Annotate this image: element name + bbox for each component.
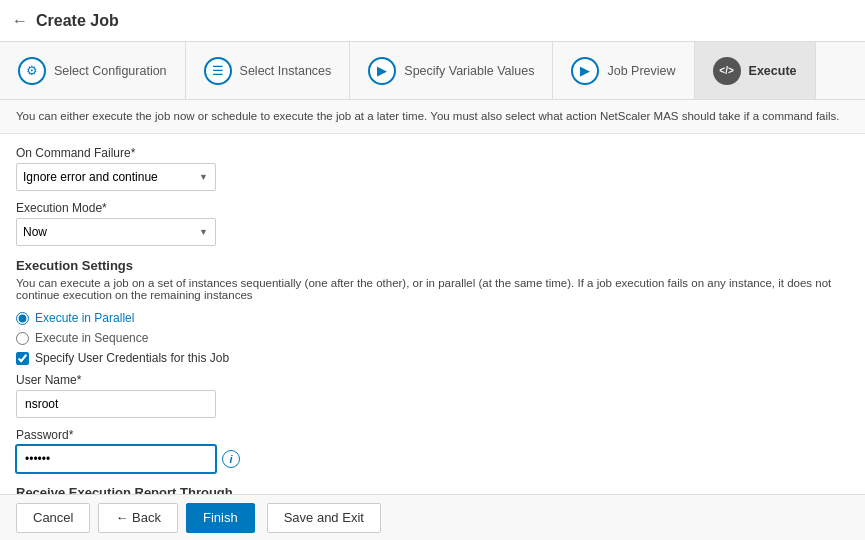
execution-mode-select-wrapper: Now Schedule (16, 218, 216, 246)
execute-parallel-radio[interactable] (16, 312, 29, 325)
tab-label-variable: Specify Variable Values (404, 64, 534, 78)
password-label: Password* (16, 428, 849, 442)
execute-sequence-radio[interactable] (16, 332, 29, 345)
variable-icon: ▶ (368, 57, 396, 85)
wizard-tabs: ⚙ Select Configuration ☰ Select Instance… (0, 42, 865, 100)
tab-job-preview[interactable]: ▶ Job Preview (553, 42, 694, 99)
on-command-failure-group: On Command Failure* Ignore error and con… (16, 146, 849, 191)
execution-mode-group: Execution Mode* Now Schedule (16, 201, 849, 246)
execution-settings-title: Execution Settings (16, 258, 849, 273)
finish-button[interactable]: Finish (186, 503, 255, 533)
info-bar: You can either execute the job now or sc… (0, 100, 865, 134)
specify-credentials-label: Specify User Credentials for this Job (35, 351, 229, 365)
password-row: i (16, 445, 849, 473)
tab-specify-variable-values[interactable]: ▶ Specify Variable Values (350, 42, 553, 99)
username-input[interactable] (16, 390, 216, 418)
tab-select-configuration[interactable]: ⚙ Select Configuration (0, 42, 186, 99)
execution-mode-label: Execution Mode* (16, 201, 849, 215)
on-command-failure-label: On Command Failure* (16, 146, 849, 160)
receive-report-title: Receive Execution Report Through (16, 485, 849, 494)
on-command-failure-select-wrapper: Ignore error and continue Stop execution… (16, 163, 216, 191)
execute-icon: </> (713, 57, 741, 85)
content-area: You can either execute the job now or sc… (0, 100, 865, 494)
tab-label-preview: Job Preview (607, 64, 675, 78)
on-command-failure-select[interactable]: Ignore error and continue Stop execution… (16, 163, 216, 191)
username-group: User Name* (16, 373, 849, 418)
execution-settings-desc: You can execute a job on a set of instan… (16, 277, 849, 301)
password-input[interactable] (16, 445, 216, 473)
execute-parallel-group: Execute in Parallel (16, 311, 849, 325)
tab-label-instances: Select Instances (240, 64, 332, 78)
back-button[interactable]: ← Back (98, 503, 178, 533)
tab-select-instances[interactable]: ☰ Select Instances (186, 42, 351, 99)
execute-sequence-label: Execute in Sequence (35, 331, 148, 345)
specify-credentials-group: Specify User Credentials for this Job (16, 351, 849, 365)
gear-icon: ⚙ (18, 57, 46, 85)
instances-icon: ☰ (204, 57, 232, 85)
execute-parallel-label: Execute in Parallel (35, 311, 134, 325)
footer: Cancel ← Back Finish Save and Exit (0, 494, 865, 540)
username-label: User Name* (16, 373, 849, 387)
form-section: On Command Failure* Ignore error and con… (0, 134, 865, 494)
tab-label-execute: Execute (749, 64, 797, 78)
password-info-icon[interactable]: i (222, 450, 240, 468)
tab-label-configuration: Select Configuration (54, 64, 167, 78)
execution-mode-select[interactable]: Now Schedule (16, 218, 216, 246)
tab-execute[interactable]: </> Execute (695, 42, 816, 99)
page-title: Create Job (36, 12, 119, 30)
back-arrow-icon[interactable]: ← (12, 12, 28, 30)
preview-icon: ▶ (571, 57, 599, 85)
specify-credentials-checkbox[interactable] (16, 352, 29, 365)
cancel-button[interactable]: Cancel (16, 503, 90, 533)
execute-sequence-group: Execute in Sequence (16, 331, 849, 345)
password-group: Password* i (16, 428, 849, 473)
save-exit-button[interactable]: Save and Exit (267, 503, 381, 533)
